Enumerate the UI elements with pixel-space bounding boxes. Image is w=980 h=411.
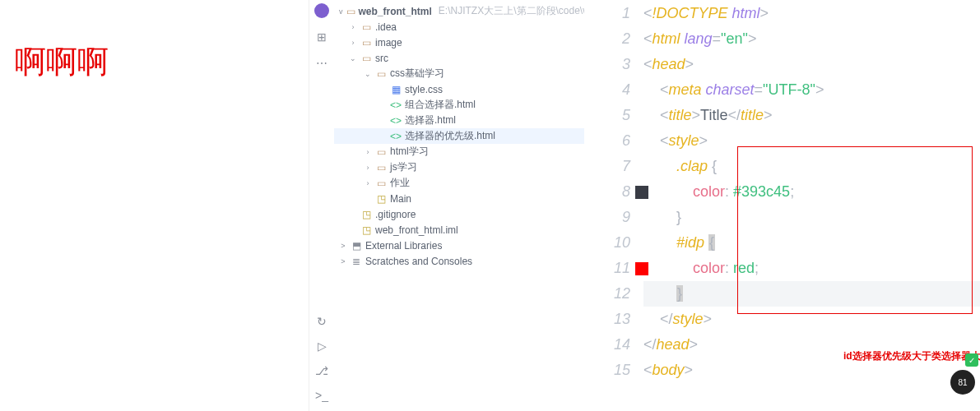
line-number: 5 <box>584 103 630 128</box>
css-icon: ▦ <box>390 84 402 95</box>
tree-item[interactable]: <>选择器.html <box>334 113 584 128</box>
annotation-text: id选择器优先级大于类选择器大于标签选择 <box>843 344 980 369</box>
code-line[interactable]: <head> <box>643 52 980 77</box>
history-icon[interactable]: ↻ <box>314 314 329 329</box>
html-icon: <> <box>390 99 402 111</box>
more-icon[interactable]: ⋯ <box>314 56 329 71</box>
score-badge[interactable]: 81 <box>950 370 975 395</box>
line-number: 8 <box>584 179 630 205</box>
code-line[interactable]: #idp { <box>643 230 980 256</box>
tree-item[interactable]: ◳.gitignore <box>334 206 584 222</box>
line-number: 6 <box>584 128 630 154</box>
folder-icon: ▭ <box>375 178 387 189</box>
line-number: 3 <box>584 52 630 77</box>
tree-item[interactable]: ⌄▭src <box>334 50 584 66</box>
tree-item[interactable]: ›▭image <box>334 35 584 50</box>
folder-icon: ▭ <box>375 68 387 80</box>
code-area[interactable]: <!DOCTYPE html><html lang="en"><head> <m… <box>643 0 980 411</box>
structure-icon[interactable]: ⊞ <box>314 30 329 44</box>
code-line[interactable]: } <box>643 205 980 230</box>
folder-icon: ▭ <box>360 21 372 33</box>
toolstrip: ⊞ ⋯ ↻ ▷ ⎇ >_ <box>309 0 334 411</box>
code-line[interactable]: color: #393c45; <box>643 179 980 205</box>
html-icon: <> <box>390 131 402 142</box>
tree-item[interactable]: ◳web_front_html.iml <box>334 222 584 238</box>
line-number: 2 <box>584 26 630 52</box>
root-path: E:\NJITZX大三上\第二阶段\code\web_front_html <box>439 4 584 18</box>
code-line[interactable]: <style> <box>643 128 980 154</box>
folder-icon: ▭ <box>346 6 355 17</box>
external-libraries[interactable]: >⬒ External Libraries <box>334 238 584 253</box>
terminal-icon[interactable]: >_ <box>314 388 329 403</box>
cfg-icon: ◳ <box>375 193 387 205</box>
tree-item[interactable]: ›▭html学习 <box>334 144 584 159</box>
tree-item[interactable]: ›▭js学习 <box>334 159 584 175</box>
git-icon[interactable]: ⎇ <box>314 363 329 378</box>
cfg-icon: ◳ <box>360 224 372 236</box>
project-tree[interactable]: v ▭ web_front_html E:\NJITZX大三上\第二阶段\cod… <box>334 0 584 411</box>
line-number: 13 <box>584 307 630 332</box>
code-line[interactable]: .clap { <box>643 154 980 179</box>
html-icon: <> <box>390 115 402 127</box>
tree-item[interactable]: ◳Main <box>334 191 584 206</box>
project-root[interactable]: v ▭ web_front_html E:\NJITZX大三上\第二阶段\cod… <box>334 3 584 19</box>
rendered-page-panel: 啊啊啊 <box>0 0 309 411</box>
line-number: 11 <box>584 256 630 281</box>
line-number: 14 <box>584 332 630 358</box>
line-number: 7 <box>584 154 630 179</box>
tree-item[interactable]: <>选择器的优先级.html <box>334 128 584 144</box>
cfg-icon: ◳ <box>360 209 372 220</box>
scratch-icon: ≣ <box>351 256 362 267</box>
folder-icon: ▭ <box>375 146 387 158</box>
folder-icon: ▭ <box>360 53 372 64</box>
ide-panel: ⊞ ⋯ ↻ ▷ ⎇ >_ v ▭ web_front_html E:\NJITZ… <box>309 0 584 411</box>
gutter: 123456789101112131415 <box>584 0 643 411</box>
line-number: 10 <box>584 230 630 256</box>
run-icon[interactable]: ▷ <box>314 339 329 353</box>
tree-item[interactable]: <>组合选择器.html <box>334 97 584 113</box>
line-number: 9 <box>584 205 630 230</box>
line-number: 4 <box>584 77 630 103</box>
code-line[interactable]: <title>Title</title> <box>643 103 980 128</box>
tree-item[interactable]: ▦style.css <box>334 81 584 97</box>
line-number: 12 <box>584 281 630 307</box>
code-line[interactable]: <html lang="en"> <box>643 26 980 52</box>
code-editor[interactable]: 123456789101112131415 <!DOCTYPE html><ht… <box>584 0 980 411</box>
code-line[interactable]: <!DOCTYPE html> <box>643 1 980 26</box>
root-name: web_front_html <box>359 6 432 17</box>
code-line[interactable]: color: red; <box>643 256 980 281</box>
tree-item[interactable]: ⌄▭css基础学习 <box>334 66 584 81</box>
line-number: 1 <box>584 1 630 26</box>
scratches-consoles[interactable]: >≣ Scratches and Consoles <box>334 253 584 269</box>
code-line[interactable]: } <box>643 281 980 307</box>
code-line[interactable]: </style> <box>643 307 980 332</box>
folder-icon: ▭ <box>375 162 387 173</box>
page-text: 啊啊啊 <box>15 41 109 83</box>
avatar-icon[interactable] <box>314 3 329 18</box>
folder-icon: ▭ <box>360 37 372 48</box>
lib-icon: ⬒ <box>351 240 362 252</box>
line-number: 15 <box>584 358 630 383</box>
tree-item[interactable]: ›▭.idea <box>334 19 584 35</box>
check-icon[interactable]: ✓ <box>965 353 978 367</box>
tree-item[interactable]: ›▭作业 <box>334 175 584 191</box>
code-line[interactable]: <meta charset="UTF-8"> <box>643 77 980 103</box>
